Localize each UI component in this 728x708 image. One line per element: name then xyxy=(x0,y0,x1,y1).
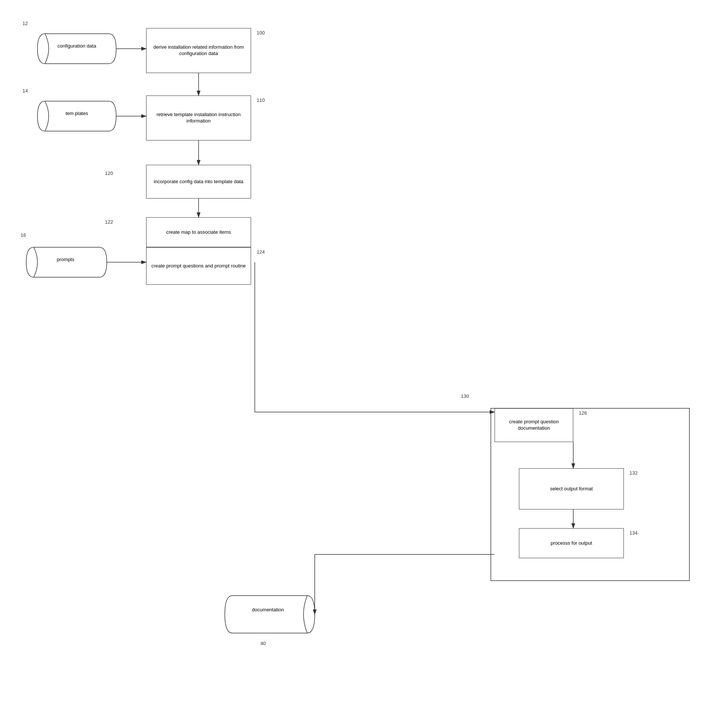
label-120: 120 xyxy=(105,170,113,176)
box-110: retrieve template installation instructi… xyxy=(146,96,251,140)
config-data-label: configuration data xyxy=(49,43,105,49)
label-12: 12 xyxy=(22,21,28,26)
label-100: 100 xyxy=(257,30,265,36)
box-122: create map to associate items xyxy=(146,217,251,247)
label-110: 110 xyxy=(257,97,265,103)
label-40: 40 xyxy=(260,641,266,646)
label-122: 122 xyxy=(105,219,113,225)
label-16: 16 xyxy=(21,232,26,238)
label-14: 14 xyxy=(22,88,28,94)
prompts-label: prompts xyxy=(36,257,96,262)
box-100: derive installation related information … xyxy=(146,28,251,73)
label-134: 134 xyxy=(629,530,638,536)
label-130: 130 xyxy=(461,393,469,399)
label-124: 124 xyxy=(257,249,265,255)
box-132: select output format xyxy=(519,468,624,509)
label-132: 132 xyxy=(629,470,638,476)
label-126: 126 xyxy=(579,410,587,416)
box-134: processs for output xyxy=(519,528,624,558)
box-124: create prompt questions and prompt routi… xyxy=(146,247,251,285)
templates-label: tem plates xyxy=(49,111,105,116)
box-126: create prompt question documentation xyxy=(495,408,573,442)
box-120: incorporate config data into template da… xyxy=(146,165,251,199)
documentation-label: documentation xyxy=(230,607,305,612)
